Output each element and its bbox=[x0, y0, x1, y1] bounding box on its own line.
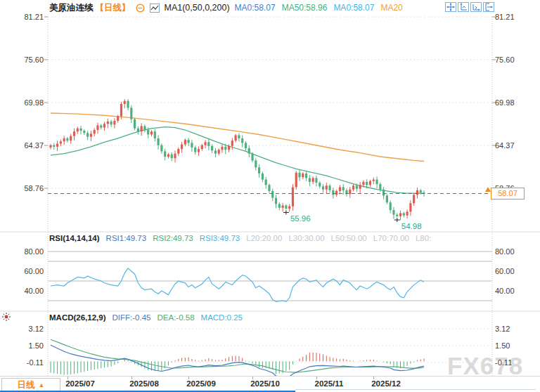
move-icon[interactable] bbox=[445, 2, 456, 12]
chart-canvas[interactable] bbox=[0, 0, 540, 392]
indicator-name: MACD(26,12,9) bbox=[49, 313, 106, 322]
macd-y-axis-label: 3.12 bbox=[1, 325, 44, 333]
collapse-circle-minus-icon[interactable] bbox=[136, 4, 145, 13]
macd-y-axis-label: 3.12 bbox=[495, 325, 510, 333]
macd-y-axis-label: -0.11 bbox=[495, 359, 512, 367]
indicator-value: DEA:-0.58 bbox=[158, 313, 195, 322]
rsi-y-axis-label: 60.00 bbox=[495, 268, 515, 275]
rsi-legend: RSI(14,14,14)RSI1:49.73RSI2:49.73RSI3:49… bbox=[49, 234, 431, 243]
rsi-y-axis-label: 80.00 bbox=[1, 248, 44, 256]
last-price-label: 58.07 bbox=[491, 188, 525, 200]
x-axis-label: 2025/10 bbox=[243, 379, 288, 388]
price-up-arrow-icon bbox=[485, 187, 491, 192]
indicator-value: RSI1:49.73 bbox=[106, 234, 147, 243]
chart-header: 美原油连续 【日线】 MA1(0,50,0,200) MA0:58.07MA50… bbox=[49, 2, 403, 13]
x-axis-label: 2025/09 bbox=[179, 379, 224, 388]
rsi-y-axis-label: 80.00 bbox=[495, 248, 515, 256]
main-y-axis-label: 81.21 bbox=[1, 13, 44, 21]
rsi-y-axis-label: 40.00 bbox=[495, 287, 515, 295]
triangle-up-icon: ▲ bbox=[39, 382, 45, 388]
rsi-y-axis-label: 40.00 bbox=[1, 287, 44, 295]
chart-toolbar bbox=[445, 2, 494, 12]
timeframe-button-label: 日线 bbox=[18, 379, 35, 391]
indicator-settings-icon[interactable] bbox=[1, 312, 11, 325]
macd-legend: MACD(26,12,9)DIFF:-0.45DEA:-0.58MACD:0.2… bbox=[49, 313, 243, 322]
macd-y-axis-label: 1.50 bbox=[495, 342, 510, 350]
indicator-value: RSI2:49.73 bbox=[153, 234, 193, 243]
legend-item: MA50:58.96 bbox=[282, 3, 328, 13]
axis-scale-up-icon[interactable] bbox=[458, 2, 469, 12]
main-y-axis-label: 75.60 bbox=[1, 56, 44, 64]
indicator-level: L50:50.00 bbox=[331, 234, 367, 243]
instrument-title: 美原油连续 bbox=[49, 2, 94, 14]
axis-scale-right-icon[interactable] bbox=[470, 2, 482, 12]
main-y-axis-label: 75.60 bbox=[495, 56, 515, 64]
price-annotation: 54.98 bbox=[401, 222, 422, 230]
main-y-axis-label: 69.98 bbox=[1, 99, 44, 107]
price-annotation: 55.96 bbox=[290, 214, 311, 223]
main-y-axis-label: 69.98 bbox=[495, 99, 515, 107]
indicator-name: RSI(14,14,14) bbox=[49, 234, 100, 243]
pane-exit-right-icon[interactable] bbox=[483, 2, 494, 12]
x-axis-label: 2025/07 bbox=[58, 379, 103, 388]
last-price-value: 58.07 bbox=[498, 189, 518, 197]
legend-item: MA0:58.07 bbox=[235, 3, 276, 13]
legend-item: MA0:58.07 bbox=[333, 3, 374, 13]
indicator-value: DIFF:-0.45 bbox=[112, 313, 151, 322]
main-y-axis-label: 58.76 bbox=[1, 185, 44, 192]
chart-app: FX678 美原油连续 【日线】 MA1(0,50,0,200) MA0:58.… bbox=[0, 0, 540, 392]
indicator-value: RSI3:49.73 bbox=[200, 234, 240, 243]
indicator-level: L70:70.00 bbox=[373, 234, 409, 243]
macd-y-axis-label: 1.50 bbox=[1, 342, 44, 350]
indicator-chart-icon[interactable] bbox=[150, 4, 160, 13]
indicator-level: L80: bbox=[416, 234, 431, 243]
indicator-value: MACD:0.25 bbox=[201, 313, 243, 322]
time-axis-bar: 日线 ▲ 2025/072025/082025/092025/102025/11… bbox=[0, 376, 540, 392]
ma-legend: MA0:58.07MA50:58.96MA0:58.07MA20 bbox=[235, 3, 403, 13]
timeframe-tag: 【日线】 bbox=[96, 2, 131, 14]
macd-y-axis-label: -0.11 bbox=[1, 359, 44, 367]
timeframe-button[interactable]: 日线 ▲ bbox=[1, 378, 60, 392]
rsi-y-axis-label: 60.00 bbox=[1, 268, 44, 275]
indicator-level: L30:30.00 bbox=[288, 234, 324, 243]
x-axis-label: 2025/12 bbox=[364, 379, 409, 388]
indicator-level: L20:20.00 bbox=[246, 234, 282, 243]
main-y-axis-label: 64.37 bbox=[495, 142, 515, 150]
ma-settings-label: MA1(0,50,0,200) bbox=[165, 3, 230, 13]
x-axis-label: 2025/08 bbox=[122, 379, 167, 388]
main-y-axis-label: 64.37 bbox=[1, 142, 44, 150]
x-axis-label: 2025/11 bbox=[307, 379, 352, 388]
legend-item: MA20 bbox=[380, 3, 402, 13]
scrollbar-track[interactable] bbox=[295, 389, 536, 390]
main-y-axis-label: 81.21 bbox=[495, 13, 515, 21]
